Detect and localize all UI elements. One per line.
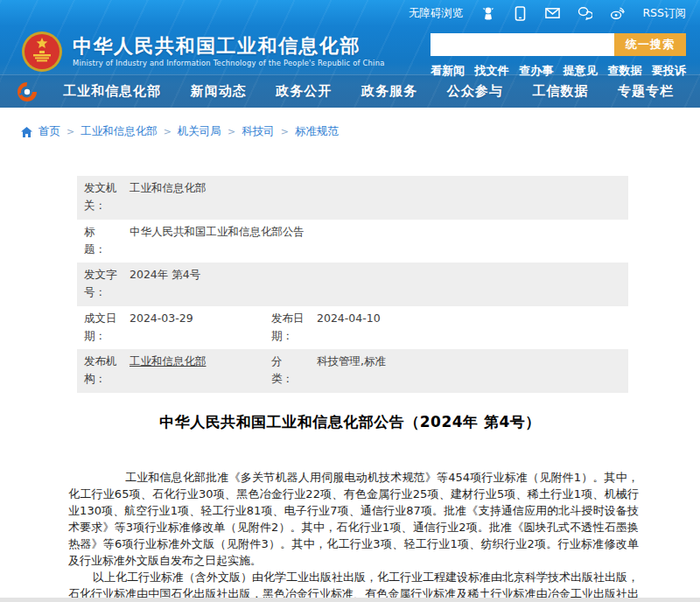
quick-links: 看新闻 找文件 查办事 提意见 查数据 要投诉 [430, 63, 686, 79]
site-subtitle: Ministry of Industry and Information Tec… [73, 59, 384, 67]
phone-icon[interactable] [513, 6, 528, 21]
field-label: 发布机 构： [84, 353, 124, 388]
table-row-publisher-category: 发布机 构： 工业和信息化部 分 类： 科技管理,标准 [77, 349, 628, 393]
breadcrumb-science-dept[interactable]: 科技司 [242, 124, 275, 139]
brand-text: 中华人民共和国工业和信息化部 Ministry of Industry and … [73, 35, 384, 67]
field-label: 标 题： [84, 223, 124, 259]
field-value: 工业和信息化部 [124, 353, 271, 388]
weibo-icon[interactable] [610, 6, 625, 21]
breadcrumb-departments[interactable]: 机关司局 [178, 124, 221, 139]
breadcrumb-miit[interactable]: 工业和信息化部 [80, 124, 158, 139]
search-button[interactable]: 统一搜索 [614, 33, 686, 56]
quick-link-data[interactable]: 查数据 [607, 63, 641, 79]
quick-link-complaint[interactable]: 要投诉 [652, 63, 686, 79]
breadcrumb-standards[interactable]: 标准规范 [295, 124, 339, 139]
mail-icon[interactable] [545, 6, 560, 21]
page: 无障碍浏览 RSS订阅 [0, 0, 700, 602]
table-row-title: 标 题： 中华人民共和国工业和信息化部公告 [77, 220, 628, 263]
header-block: 无障碍浏览 RSS订阅 [0, 0, 700, 108]
site-title: 中华人民共和国工业和信息化部 [73, 35, 384, 57]
field-label: 发布日 期： [271, 310, 312, 346]
breadcrumb-separator: > [281, 126, 289, 137]
nav-item-gov-affairs[interactable]: 政务公开 [276, 83, 332, 100]
nav-item-data[interactable]: 工信数据 [532, 83, 588, 100]
masthead: 中华人民共和国工业和信息化部 Ministry of Industry and … [0, 26, 700, 74]
document-meta-table: 发文机 关： 工业和信息化部 标 题： 中华人民共和国工业和信息化部公告 发文字… [77, 176, 628, 393]
topbar: 无障碍浏览 RSS订阅 [0, 0, 700, 26]
table-row-doc-number: 发文字 号： 2024年 第4号 [77, 262, 628, 306]
search-input[interactable] [430, 33, 614, 56]
publisher-link[interactable]: 工业和信息化部 [130, 354, 206, 368]
breadcrumb-separator: > [228, 126, 235, 137]
accessibility-link[interactable]: 无障碍浏览 [409, 6, 464, 21]
content: 首页 > 工业和信息化部 > 机关司局 > 科技司 > 标准规范 发文机 关： … [0, 124, 700, 602]
main-nav: 工业和信息化部 新闻动态 政务公开 政务服务 公众参与 工信数据 专题专栏 [0, 74, 700, 108]
field-value: 中华人民共和国工业和信息化部公告 [124, 223, 621, 259]
quick-link-news[interactable]: 看新闻 [430, 63, 465, 79]
wechat-icon[interactable] [578, 6, 592, 21]
nav-item-news[interactable]: 新闻动态 [191, 83, 247, 100]
breadcrumb-separator: > [164, 126, 172, 137]
nav-items: 工业和信息化部 新闻动态 政务公开 政务服务 公众参与 工信数据 专题专栏 [63, 83, 681, 100]
nav-item-gov-services[interactable]: 政务服务 [361, 83, 417, 100]
home-icon[interactable] [21, 127, 32, 137]
field-value: 工业和信息化部 [124, 179, 621, 215]
breadcrumb-home[interactable]: 首页 [38, 124, 60, 139]
nav-item-topics[interactable]: 专题专栏 [618, 83, 674, 100]
breadcrumb: 首页 > 工业和信息化部 > 机关司局 > 科技司 > 标准规范 [21, 124, 700, 139]
field-label: 成文日 期： [84, 310, 124, 346]
field-label: 发文字 号： [84, 266, 124, 302]
quick-link-files[interactable]: 找文件 [475, 63, 509, 79]
nav-item-participation[interactable]: 公众参与 [447, 83, 503, 100]
footer-strip [0, 598, 700, 602]
article-paragraph-1: 工业和信息化部批准《多关节机器人用伺服电动机技术规范》等454项行业标准（见附件… [68, 469, 639, 569]
nav-item-miit[interactable]: 工业和信息化部 [63, 83, 161, 100]
field-value: 2024年 第4号 [124, 266, 621, 302]
article-body: 工业和信息化部批准《多关节机器人用伺服电动机技术规范》等454项行业标准（见附件… [68, 469, 639, 602]
national-emblem-logo [21, 31, 63, 73]
table-row-issuing-authority: 发文机 关： 工业和信息化部 [77, 176, 628, 220]
table-row-dates: 成文日 期： 2024-03-29 发布日 期： 2024-04-10 [77, 306, 628, 350]
field-value: 2024-04-10 [312, 310, 621, 346]
search-area: 统一搜索 看新闻 找文件 查办事 提意见 查数据 要投诉 [430, 30, 686, 73]
field-value: 2024-03-29 [124, 310, 271, 346]
field-label: 发文机 关： [84, 179, 124, 215]
quick-link-feedback[interactable]: 提意见 [564, 63, 598, 79]
brand: 中华人民共和国工业和信息化部 Ministry of Industry and … [21, 30, 384, 73]
field-label: 分 类： [271, 353, 312, 388]
rss-link[interactable]: RSS订阅 [642, 6, 686, 21]
mascot-icon[interactable] [480, 6, 495, 21]
breadcrumb-separator: > [66, 126, 74, 137]
miit-e-logo-icon [16, 80, 38, 103]
article-title: 中华人民共和国工业和信息化部公告（2024年 第4号） [0, 412, 700, 432]
quick-link-services[interactable]: 查办事 [519, 63, 553, 79]
field-value: 科技管理,标准 [312, 353, 621, 388]
